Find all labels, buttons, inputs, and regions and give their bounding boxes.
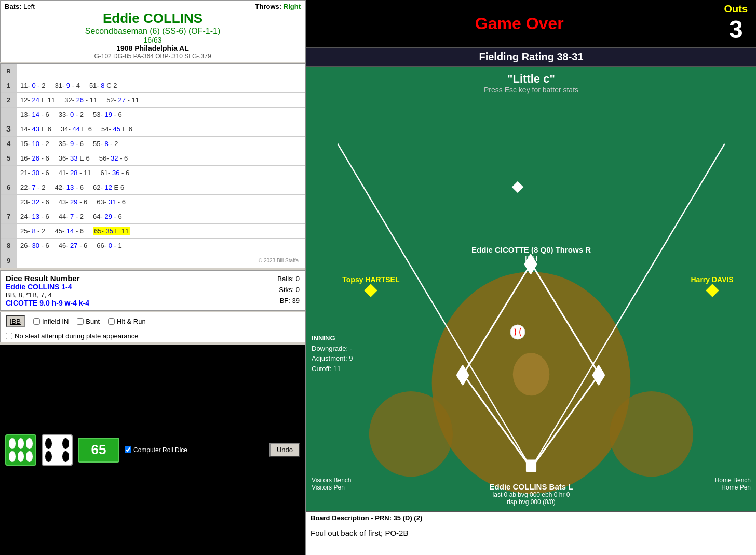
batter-stats-1: last 0 ab bvg 000 ebh 0 hr 0 (306, 491, 756, 498)
svg-point-3 (513, 353, 549, 395)
r-header: R (1, 64, 17, 78)
no-steal-checkbox[interactable]: No steal attempt during plate appearance (6, 332, 139, 340)
pitcher-info: Eddie CICOTTE (8 Q0) Throws R D H (471, 245, 591, 262)
downgrade-label: Downgrade: - (312, 343, 353, 354)
hit-run-input[interactable] (108, 318, 115, 325)
dot (18, 451, 24, 462)
ibb-button[interactable]: IBB (6, 315, 25, 327)
dice-result-line: BB, 8, *1B, 7, 4 (6, 291, 89, 299)
top-bar: Game Over Outs 3 (306, 0, 756, 47)
row-content-7: 24- 13 - 6 44- 7 - 2 64- 29 - 6 (17, 209, 305, 223)
dot (62, 451, 69, 462)
dot (54, 451, 61, 462)
batter-name: Eddie COLLINS Bats L (306, 482, 756, 491)
grid-row-4: 4 15- 10 - 2 35- 9 - 6 55- 8 - 2 (1, 137, 305, 151)
row-label-8: 8 (1, 239, 17, 253)
row-content-2: 12- 24 E 11 32- 26 - 11 52- 27 - 11 (17, 93, 305, 107)
dice-player-name: Eddie COLLINS 1-4 (6, 283, 89, 291)
player-name: Eddie COLLINS (5, 10, 301, 27)
cell-14: 14- 43 E 6 (20, 125, 51, 133)
cell-42: 42- 13 - 6 (55, 183, 84, 191)
dot (62, 438, 69, 449)
cell-56: 56- 32 - 6 (99, 154, 128, 162)
undo-button[interactable]: Undo (269, 443, 300, 457)
dot (26, 438, 33, 449)
computer-roll-checkbox[interactable]: Computer Roll Dice (125, 446, 187, 454)
fielding-bar: Fielding Rating 38-31 (306, 47, 756, 67)
cell-62: 62- 12 E 6 (93, 183, 124, 191)
hit-run-checkbox[interactable]: Hit & Run (108, 318, 146, 325)
row-label-3: 3 (1, 122, 17, 136)
inning-info: INNING Downgrade: - Adjustment: 9 Cutoff… (312, 333, 353, 374)
bunt-checkbox[interactable]: Bunt (77, 318, 100, 325)
row-label-6: 6 (1, 180, 17, 194)
computer-roll-input[interactable] (125, 446, 131, 453)
dice-result-section: Dice Result Number Eddie COLLINS 1-4 BB,… (0, 270, 305, 311)
grid-row-9: 9 © 2023 Bill Staffa (1, 253, 305, 268)
svg-point-11 (510, 325, 525, 339)
cell-52: 52- 27 - 11 (106, 96, 139, 104)
infield-in-input[interactable] (33, 318, 40, 325)
pitcher-name-label: Eddie CICOTTE (8 Q0) Throws R (471, 245, 591, 254)
grid-row-content-header (17, 64, 305, 78)
cell-53: 53- 19 - 6 (93, 111, 122, 118)
board-text-area: Foul out back of first; PO-2B (306, 524, 756, 555)
cell-23: 23- 32 - 6 (20, 198, 49, 206)
player-card: Bats: Left Throws: Right Eddie COLLINS S… (0, 0, 305, 62)
cell-46: 46- 27 - 6 (59, 242, 88, 249)
player-year: 1908 Philadelphia AL (5, 44, 301, 52)
board-text-content: Foul out back of first; PO-2B (310, 528, 408, 537)
card-grid: R 1 11- 0 - 2 31- 9 - 4 51- 8 C 2 2 12- … (0, 63, 305, 268)
cutoff-label: Cutoff: 11 (312, 364, 353, 374)
left-fielder-info: Topsy HARTSEL (342, 275, 399, 297)
grid-row-25: 25- 8 - 2 45- 14 - 6 65- 35 E 11 (1, 224, 305, 239)
checkbox-row: IBB Infield IN Bunt Hit & Run (0, 312, 305, 331)
row-label-9: 9 (1, 253, 17, 268)
board-description-text: Board Description - PRN: 35 (D) (2) (310, 514, 422, 522)
cell-55: 55- 8 - 2 (93, 140, 118, 148)
grid-row-5: 5 16- 26 - 6 36- 33 E 6 56- 32 - 6 (1, 151, 305, 166)
cell-44: 44- 7 - 2 (59, 213, 84, 220)
outs-label: Outs (724, 3, 748, 15)
outs-box: Outs 3 (724, 3, 748, 44)
pitcher-pos-label: D H (471, 254, 591, 262)
dot (54, 438, 61, 449)
dice-number-display: 65 (78, 438, 119, 462)
computer-roll-area: Computer Roll Dice (125, 446, 187, 454)
right-fielder-label: Harry DAVIS (691, 275, 733, 284)
cell-61: 61- 36 - 6 (101, 169, 130, 177)
grid-row-21: 21- 30 - 6 41- 28 - 11 61- 36 - 6 (1, 166, 305, 180)
row-content-6: 22- 7 - 2 42- 13 - 6 62- 12 E 6 (17, 180, 305, 194)
grid-row-3: 3 14- 43 E 6 34- 44 E 6 54- 45 E 6 (1, 122, 305, 137)
fielding-rating-text: Fielding Rating 38-31 (309, 51, 753, 63)
cell-64: 64- 29 - 6 (93, 213, 122, 220)
cell-54: 54- 45 E 6 (101, 125, 132, 133)
left-fielder-marker (365, 284, 377, 297)
throws-label: Throws: Right (255, 3, 301, 10)
row-label-4: 4 (1, 137, 17, 151)
cell-31: 31- 9 - 4 (55, 82, 79, 89)
dot (26, 451, 33, 462)
dot (9, 451, 16, 462)
dice-result-title: Dice Result Number (6, 274, 89, 283)
dot (45, 451, 52, 462)
batter-info: Eddie COLLINS Bats L last 0 ab bvg 000 e… (306, 482, 756, 506)
grid-row-2: 2 12- 24 E 11 32- 26 - 11 52- 27 - 11 (1, 93, 305, 108)
bunt-input[interactable] (77, 318, 84, 325)
row-label-blank-3 (1, 195, 17, 209)
row-label-5: 5 (1, 151, 17, 165)
baseball (509, 324, 526, 342)
row-label-blank-4 (1, 224, 17, 238)
grid-row-8: 8 26- 30 - 6 46- 27 - 6 66- 0 - 1 (1, 239, 305, 253)
dot (18, 438, 24, 449)
no-steal-input[interactable] (6, 333, 12, 339)
row-label-2: 2 (1, 93, 17, 107)
cell-22: 22- 7 - 2 (20, 183, 45, 191)
cell-16: 16- 26 - 6 (20, 154, 49, 162)
row-content-1: 11- 0 - 2 31- 9 - 4 51- 8 C 2 (17, 78, 305, 92)
dot (9, 438, 16, 449)
infield-in-checkbox[interactable]: Infield IN (33, 318, 69, 325)
player-record: 16/63 (5, 36, 301, 44)
bats-throws-row: Bats: Left Throws: Right (5, 3, 301, 10)
cell-51: 51- 8 C 2 (89, 82, 117, 89)
